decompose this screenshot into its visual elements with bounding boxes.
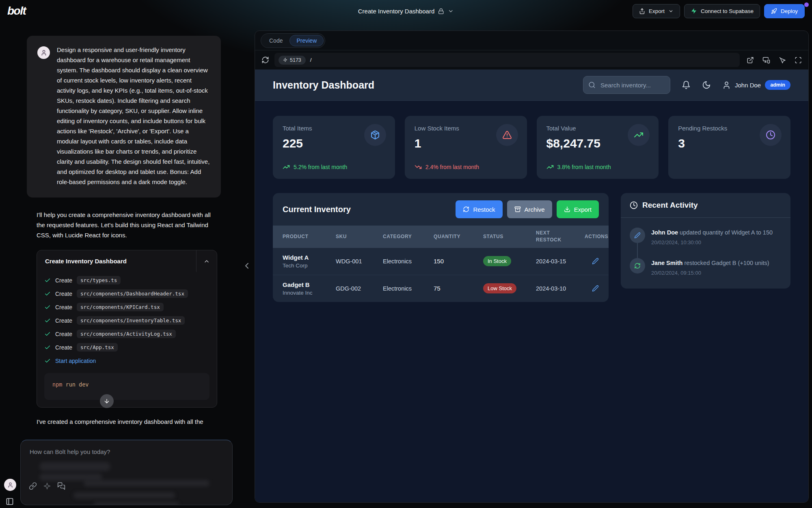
- blurred-suggestion: [39, 462, 110, 471]
- start-application-link[interactable]: Start application: [55, 358, 96, 364]
- download-icon: [564, 206, 570, 213]
- top-bar: bolt Create Inventory Dashboard Export C…: [0, 0, 812, 22]
- fullscreen-icon[interactable]: [795, 56, 802, 64]
- attach-link-icon[interactable]: [29, 482, 37, 490]
- product-name: Widget A: [283, 254, 336, 261]
- notifications-bell-icon[interactable]: [682, 80, 691, 89]
- check-icon: [44, 304, 51, 310]
- kpi-change: 5.2% from last month: [283, 163, 347, 171]
- deploy-label: Deploy: [781, 8, 798, 14]
- bolt-logo: bolt: [7, 4, 26, 17]
- account-avatar[interactable]: [4, 479, 16, 491]
- inspector-cursor-icon[interactable]: [779, 56, 786, 64]
- artifact-step: Create src/components/ActivityLog.tsx: [44, 327, 209, 341]
- artifact-collapse-button[interactable]: [196, 250, 217, 272]
- pencil-icon: [634, 232, 641, 239]
- port-number: 5173: [290, 57, 301, 63]
- kpi-change: 2.4% from last month: [415, 163, 479, 171]
- user-icon: [722, 81, 731, 89]
- check-icon: [44, 277, 51, 284]
- artifact-step-start: Start application: [44, 354, 209, 367]
- discussion-mode-icon[interactable]: [57, 482, 65, 490]
- file-chip[interactable]: src/App.tsx: [77, 343, 118, 352]
- view-tab-group: Code Preview: [261, 33, 325, 48]
- panel-left-icon: [6, 497, 14, 506]
- clock-icon: [630, 201, 638, 209]
- activity-text: updated quantity of Widget A to 150: [678, 229, 773, 236]
- project-title-menu[interactable]: Create Inventory Dashboard: [358, 8, 454, 15]
- address-bar[interactable]: 5173 /: [274, 53, 740, 67]
- inventory-search[interactable]: [583, 76, 670, 94]
- tab-code[interactable]: Code: [262, 35, 289, 46]
- tab-preview[interactable]: Preview: [289, 35, 324, 46]
- col-product: Product: [283, 233, 336, 240]
- terminal-command: npm run dev: [44, 373, 209, 400]
- chat-input-box[interactable]: [20, 440, 233, 505]
- check-icon: [44, 358, 51, 364]
- scroll-to-bottom-button[interactable]: [100, 394, 114, 408]
- deploy-button[interactable]: Deploy: [764, 4, 805, 18]
- file-chip[interactable]: src/components/InventoryTable.tsx: [77, 316, 185, 325]
- project-title: Create Inventory Dashboard: [358, 8, 434, 15]
- file-chip[interactable]: src/components/DashboardHeader.tsx: [77, 289, 188, 298]
- category-cell: Electronics: [383, 258, 434, 265]
- edit-row-button[interactable]: [592, 285, 599, 292]
- connect-supabase-button[interactable]: Connect to Supabase: [684, 4, 760, 18]
- port-zap-icon: [283, 58, 287, 62]
- export-csv-button[interactable]: Export: [557, 200, 599, 218]
- edit-row-button[interactable]: [592, 258, 599, 265]
- rocket-icon: [771, 8, 777, 14]
- kpi-card-pending-restocks: Pending Restocks 3: [668, 116, 790, 179]
- chevron-left-icon: [242, 261, 252, 271]
- share-icon: [639, 8, 645, 14]
- toggle-sidebar-button[interactable]: [6, 497, 14, 506]
- artifact-card: Create Inventory Dashboard Create src/ty…: [37, 250, 217, 408]
- chevron-down-icon[interactable]: [448, 8, 454, 14]
- activity-item: John Doe updated quantity of Widget A to…: [630, 228, 782, 258]
- responsive-devices-icon[interactable]: [762, 56, 770, 64]
- search-input[interactable]: [600, 81, 662, 89]
- file-chip[interactable]: src/components/ActivityLog.tsx: [77, 330, 176, 338]
- dark-mode-toggle-icon[interactable]: [702, 80, 711, 89]
- next-restock-cell: 2024-03-15: [536, 258, 585, 265]
- file-chip[interactable]: src/components/KPICard.tsx: [77, 303, 164, 311]
- export-label: Export: [649, 8, 665, 14]
- inventory-title: Current Inventory: [283, 205, 351, 214]
- step-action: Create: [55, 277, 72, 284]
- trending-down-icon: [415, 163, 422, 171]
- step-action: Create: [55, 304, 72, 310]
- col-actions: Actions: [585, 233, 608, 240]
- file-chip[interactable]: src/types.ts: [77, 276, 121, 284]
- collapse-chat-handle[interactable]: [242, 261, 252, 271]
- quantity-cell[interactable]: 75: [434, 285, 483, 292]
- trending-up-icon: [283, 163, 290, 171]
- lock-icon: [438, 8, 444, 14]
- kpi-icon-circle: [760, 124, 782, 146]
- artifact-step: Create src/types.ts: [44, 274, 209, 287]
- activity-item: Jane Smith restocked Gadget B (+100 unit…: [630, 258, 782, 284]
- open-in-new-tab-icon[interactable]: [747, 56, 754, 64]
- refresh-icon: [634, 263, 641, 269]
- port-pill[interactable]: 5173: [279, 56, 306, 65]
- col-status: Status: [483, 233, 536, 240]
- user-message: Design a responsive and user-friendly in…: [27, 36, 221, 198]
- activity-text: restocked Gadget B (+100 units): [682, 260, 769, 266]
- artifact-step: Create src/App.tsx: [44, 341, 209, 354]
- chevron-up-icon: [203, 258, 210, 265]
- quantity-cell[interactable]: 150: [434, 258, 483, 265]
- enhance-prompt-icon[interactable]: [43, 482, 51, 490]
- export-button[interactable]: Export: [633, 4, 680, 18]
- pencil-icon: [592, 285, 599, 292]
- workbench-panel: Code Preview 5173 / Inventory Dashboard: [255, 30, 809, 503]
- restock-button[interactable]: Restock: [456, 200, 502, 218]
- chat-panel: Design a responsive and user-friendly in…: [20, 27, 227, 425]
- url-path: /: [310, 57, 312, 63]
- reload-icon[interactable]: [261, 56, 269, 64]
- product-supplier: Innovate Inc: [283, 290, 336, 296]
- archive-button[interactable]: Archive: [507, 200, 552, 218]
- kpi-icon-circle: [628, 124, 650, 146]
- user-menu[interactable]: John Doe admin: [722, 80, 790, 90]
- chevron-down-icon: [668, 9, 674, 14]
- alert-triangle-icon: [502, 130, 512, 140]
- pencil-icon: [592, 258, 599, 265]
